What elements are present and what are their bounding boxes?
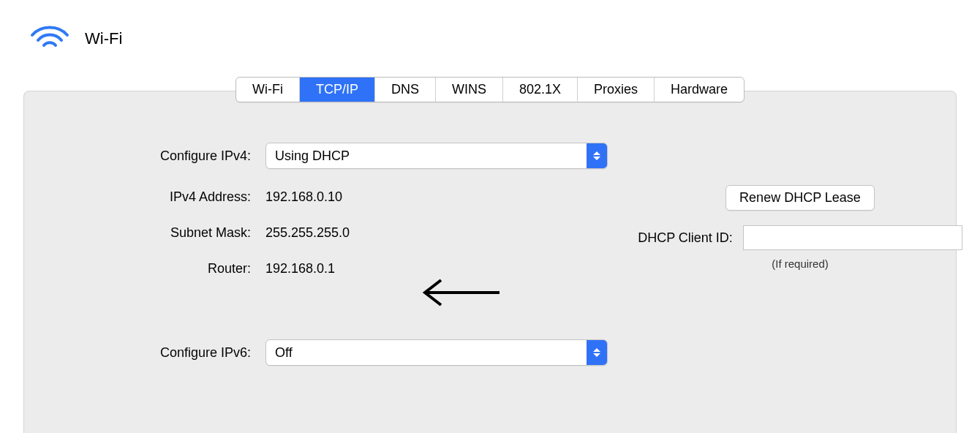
dhcp-client-id-input[interactable] [743,225,962,250]
configure-ipv4-label: Configure IPv4: [61,148,251,164]
tab-wins[interactable]: WINS [436,78,503,102]
tab-hardware[interactable]: Hardware [655,78,744,102]
tab-tcpip[interactable]: TCP/IP [300,78,375,102]
configure-ipv4-value: Using DHCP [266,148,587,164]
subnet-mask-label: Subnet Mask: [61,225,251,241]
tab-bar: Wi-Fi TCP/IP DNS WINS 802.1X Proxies Har… [0,77,980,102]
configure-ipv6-label: Configure IPv6: [61,345,251,361]
dhcp-side-panel: Renew DHCP Lease DHCP Client ID: (If req… [687,185,913,270]
configure-ipv4-select[interactable]: Using DHCP [265,143,608,169]
header: Wi-Fi [0,0,980,55]
tab-dns[interactable]: DNS [375,78,436,102]
chevron-updown-icon [587,340,607,365]
dhcp-client-id-label: DHCP Client ID: [638,230,733,246]
chevron-updown-icon [587,143,607,168]
tab-8021x[interactable]: 802.1X [503,78,578,102]
dhcp-client-id-note: (If required) [772,257,829,270]
router-label: Router: [61,261,251,276]
settings-panel: Configure IPv4: Using DHCP IPv4 Address:… [23,91,957,433]
renew-dhcp-lease-button[interactable]: Renew DHCP Lease [725,185,875,211]
tab-proxies[interactable]: Proxies [578,78,655,102]
configure-ipv6-value: Off [266,345,587,361]
arrow-left-icon [412,274,507,315]
ipv4-address-label: IPv4 Address: [61,189,251,205]
wifi-icon [29,22,70,55]
page-title: Wi-Fi [85,29,122,48]
tab-wifi[interactable]: Wi-Fi [236,78,300,102]
configure-ipv6-select[interactable]: Off [265,339,608,366]
